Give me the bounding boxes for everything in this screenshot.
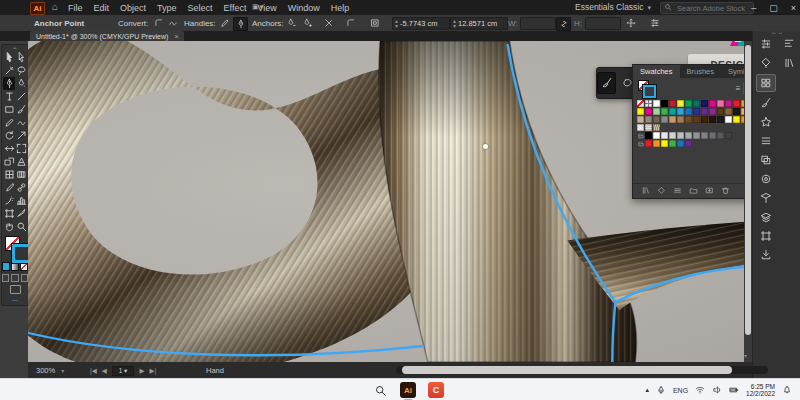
taskbar-c-app-icon[interactable]: C (428, 382, 444, 398)
swatch-pattern-check[interactable] (645, 124, 652, 131)
pen-tool[interactable] (3, 77, 15, 90)
swatch[interactable] (669, 116, 676, 123)
swatch[interactable] (701, 100, 708, 107)
screen-mode-button[interactable] (10, 285, 21, 294)
appearance-panel-icon[interactable] (757, 171, 775, 187)
symbols-panel-icon[interactable] (757, 114, 775, 130)
menu-edit[interactable]: Edit (94, 3, 110, 13)
first-artboard-button[interactable]: |◀ (90, 367, 97, 375)
swatch[interactable] (701, 108, 708, 115)
swatch-none[interactable] (637, 100, 644, 107)
tab-brushes[interactable]: Brushes (680, 65, 722, 78)
swatch[interactable] (717, 116, 724, 123)
close-tab-icon[interactable]: × (174, 33, 178, 40)
swatch[interactable] (685, 140, 692, 147)
color-button[interactable] (2, 262, 10, 271)
swatch[interactable] (669, 132, 676, 139)
width-tool[interactable] (3, 142, 15, 155)
swatch[interactable] (725, 116, 732, 123)
vertical-scroll-thumb[interactable] (745, 45, 751, 335)
draw-behind-button[interactable] (11, 274, 18, 282)
swatch-libraries-icon[interactable] (641, 186, 650, 197)
swatch-pattern-light[interactable] (637, 124, 644, 131)
stroke-panel-icon[interactable] (757, 133, 775, 149)
slice-tool[interactable] (15, 207, 27, 220)
scale-tool[interactable] (15, 129, 27, 142)
swatches-panel-icon[interactable] (756, 74, 776, 92)
color-panel-icon[interactable] (757, 36, 775, 52)
swatch[interactable] (717, 132, 724, 139)
lasso-tool[interactable] (15, 64, 27, 77)
add-anchor-icon[interactable] (300, 17, 313, 29)
swatch[interactable] (725, 100, 732, 107)
swatch[interactable] (661, 140, 668, 147)
rotate-tool[interactable] (3, 129, 15, 142)
swatch[interactable] (733, 108, 740, 115)
shaper-tool[interactable] (15, 116, 27, 129)
swatch[interactable] (701, 132, 708, 139)
align-options-icon[interactable] (364, 17, 386, 29)
more-options-icon[interactable] (645, 17, 665, 29)
swatch-pattern-wood[interactable] (653, 124, 660, 131)
swatch[interactable] (677, 108, 684, 115)
draw-inside-button[interactable] (21, 274, 28, 282)
convert-corner-icon[interactable] (152, 17, 165, 29)
swatch[interactable] (725, 108, 732, 115)
menu-help[interactable]: Help (331, 3, 350, 13)
swatch[interactable] (653, 140, 660, 147)
home-icon[interactable]: ⌂ (52, 1, 58, 12)
menu-effect[interactable]: Effect (224, 3, 247, 13)
arrange-documents-icon[interactable]: ▣▾ (252, 3, 270, 12)
swatch[interactable] (709, 108, 716, 115)
artboards-panel-icon[interactable] (757, 228, 775, 244)
swatch[interactable] (669, 140, 676, 147)
transparency-panel-icon[interactable] (757, 152, 775, 168)
swatch[interactable] (653, 100, 660, 107)
swatch[interactable] (677, 116, 684, 123)
color-guide-panel-icon[interactable] (757, 55, 775, 71)
swatch-kinds-icon[interactable] (657, 186, 666, 197)
properties-panel-icon[interactable] (780, 36, 798, 52)
swatch[interactable] (669, 108, 676, 115)
new-swatch-icon[interactable] (705, 186, 714, 197)
eyedropper-tool[interactable] (3, 181, 15, 194)
paintbrush-tool[interactable] (15, 103, 27, 116)
blend-tool[interactable] (15, 181, 27, 194)
swatch[interactable] (645, 132, 652, 139)
swatch[interactable] (677, 140, 684, 147)
swatch[interactable] (637, 116, 644, 123)
swatch[interactable] (725, 132, 732, 139)
none-button[interactable] (20, 262, 28, 271)
swatch[interactable] (685, 132, 692, 139)
anchor-point-dot[interactable] (483, 144, 488, 149)
color-group-folder[interactable] (637, 140, 644, 147)
perspective-grid-tool[interactable] (15, 155, 27, 168)
horizontal-scrollbar[interactable] (396, 366, 768, 374)
brushes-panel-icon[interactable] (757, 95, 775, 111)
vertical-scrollbar[interactable] (744, 41, 752, 362)
swatch[interactable] (661, 132, 668, 139)
swatch[interactable] (717, 100, 724, 107)
selection-tool[interactable] (3, 51, 15, 64)
language-indicator[interactable]: ENG (673, 387, 688, 394)
pencil-tool[interactable] (3, 116, 15, 129)
swatch-reg[interactable] (645, 100, 652, 107)
show-handles-icon[interactable] (218, 17, 231, 29)
transform-icon[interactable] (624, 17, 637, 29)
swatch[interactable] (709, 100, 716, 107)
workspace-switcher[interactable]: Essentials Classic▾ (575, 2, 651, 12)
swatch[interactable] (701, 116, 708, 123)
asset-export-panel-icon[interactable] (757, 247, 775, 263)
panel-stroke-swatch[interactable] (643, 85, 656, 98)
color-group-folder[interactable] (637, 132, 644, 139)
new-color-group-icon[interactable] (689, 186, 698, 197)
swatch[interactable] (653, 108, 660, 115)
swatch[interactable] (733, 100, 740, 107)
column-graph-tool[interactable] (15, 194, 27, 207)
previous-artboard-button[interactable]: ◀ (102, 367, 107, 375)
battery-icon[interactable] (729, 385, 739, 395)
menu-window[interactable]: Window (288, 3, 320, 13)
swatch[interactable] (693, 108, 700, 115)
cut-path-icon[interactable] (322, 17, 335, 29)
swatch[interactable] (661, 100, 668, 107)
